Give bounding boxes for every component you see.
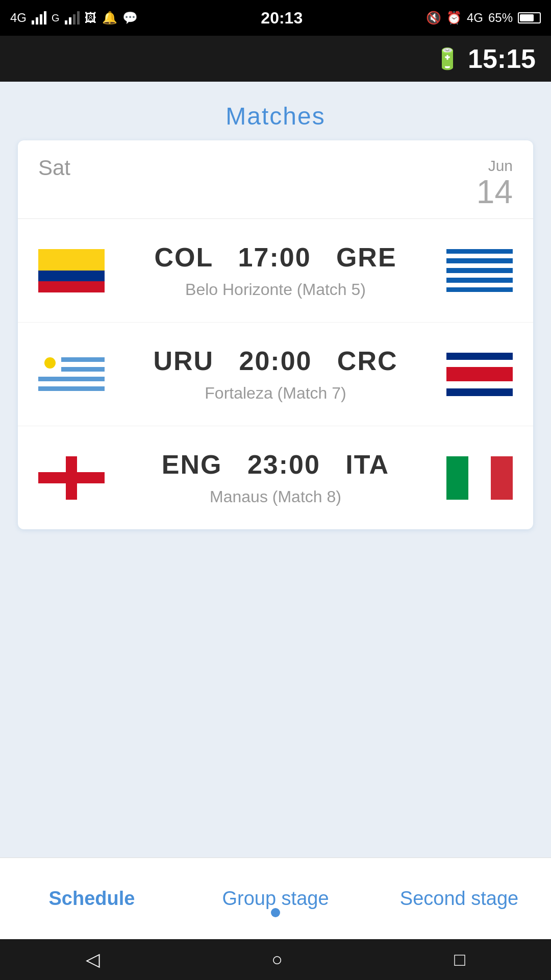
page-title: Matches <box>0 102 551 130</box>
gre-1 <box>446 249 513 254</box>
flag-uruguay <box>38 353 105 396</box>
match-teams-time-2: URU 20:00 CRC <box>105 346 446 376</box>
match-teams-time-1: COL 17:00 GRE <box>105 242 446 273</box>
date-header: Sat Jun 14 <box>18 140 533 219</box>
match-row-3[interactable]: ENG 23:00 ITA Manaus (Match 8) <box>18 426 533 529</box>
notification-icon: 🔔 <box>102 11 117 25</box>
timer-display: 🔋 15:15 <box>435 43 536 74</box>
crc-red <box>446 367 513 381</box>
match-teams-time-3: ENG 23:00 ITA <box>105 449 446 480</box>
match-time-1: 17:00 <box>238 242 311 272</box>
match-info-3: ENG 23:00 ITA Manaus (Match 8) <box>105 449 446 506</box>
crc-blue2 <box>446 388 513 396</box>
flag-colombia <box>38 249 105 292</box>
home-button[interactable]: ○ <box>271 949 283 970</box>
app-content: Matches Sat Jun 14 COL <box>0 82 551 857</box>
crc-white1 <box>446 360 513 367</box>
signal-bars-1 <box>32 11 46 24</box>
android-nav: ◁ ○ □ <box>0 939 551 980</box>
uru-w5 <box>38 391 105 396</box>
status-right: 🔇 ⏰ 4G 65% <box>426 11 541 25</box>
nav-second-stage[interactable]: Second stage <box>367 877 551 920</box>
flag-england <box>38 456 105 500</box>
match-info-2: URU 20:00 CRC Fortaleza (Match 7) <box>105 346 446 403</box>
network-type: 4G <box>10 11 27 25</box>
gre-2 <box>446 254 513 258</box>
uru-b3 <box>38 377 105 381</box>
mute-icon: 🔇 <box>426 11 441 25</box>
match-row-2[interactable]: URU 20:00 CRC Fortaleza (Match 7) <box>18 323 533 426</box>
timer-time: 15:15 <box>468 43 536 74</box>
uru-b4 <box>38 386 105 391</box>
flag-italy <box>446 456 513 500</box>
status-bar: 4G G 🖼 🔔 💬 20:13 🔇 ⏰ 4G 65% <box>0 0 551 36</box>
recents-button[interactable]: □ <box>454 949 465 970</box>
month: Jun <box>477 156 513 176</box>
flag-costarica <box>446 353 513 396</box>
col-blue <box>38 271 105 281</box>
uru-canton <box>38 353 61 373</box>
team2-code-1: GRE <box>336 242 397 272</box>
match-time-2: 20:00 <box>239 346 312 376</box>
crc-blue1 <box>446 353 513 360</box>
gre-3 <box>446 258 513 263</box>
wechat-icon: 💬 <box>122 11 138 25</box>
alarm-icon: ⏰ <box>446 11 462 25</box>
col-red <box>38 281 105 292</box>
ita-green <box>446 456 468 500</box>
crc-white2 <box>446 381 513 388</box>
uru-w4 <box>38 381 105 386</box>
day-name: Sat <box>38 156 70 180</box>
status-time: 20:13 <box>261 9 303 28</box>
team2-code-3: ITA <box>345 450 389 479</box>
nav-indicator-dot <box>271 908 280 917</box>
col-yellow <box>38 249 105 271</box>
network-4g: 4G <box>467 11 483 25</box>
signal-bars-2 <box>65 11 80 24</box>
team1-code-2: URU <box>153 346 214 376</box>
group-stage-label: Group stage <box>222 888 329 909</box>
gre-5 <box>446 268 513 273</box>
date-right: Jun 14 <box>477 156 513 208</box>
page-title-container: Matches <box>0 82 551 140</box>
eng-cross-vertical <box>66 456 77 500</box>
match-venue-1: Belo Horizonte (Match 5) <box>105 280 446 299</box>
match-info-1: COL 17:00 GRE Belo Horizonte (Match 5) <box>105 242 446 299</box>
date-day: 14 <box>477 176 513 208</box>
ita-red <box>491 456 513 500</box>
nav-group-stage[interactable]: Group stage <box>184 877 367 920</box>
match-venue-2: Fortaleza (Match 7) <box>105 384 446 403</box>
schedule-label: Schedule <box>49 888 135 909</box>
network-type-2: G <box>52 12 60 24</box>
bottom-nav: Schedule Group stage Second stage <box>0 857 551 939</box>
matches-card: Sat Jun 14 COL 17:00 GRE <box>18 140 533 529</box>
match-venue-3: Manaus (Match 8) <box>105 487 446 506</box>
photo-icon: 🖼 <box>85 11 97 25</box>
team1-code-1: COL <box>154 242 213 272</box>
ita-white <box>468 456 490 500</box>
second-stage-label: Second stage <box>400 888 518 909</box>
timer-bar: 🔋 15:15 <box>0 36 551 82</box>
gre-6 <box>446 273 513 278</box>
gre-7 <box>446 278 513 282</box>
team1-code-3: ENG <box>162 450 222 479</box>
gre-4 <box>446 263 513 268</box>
uru-sun <box>44 357 56 369</box>
team2-code-2: CRC <box>337 346 398 376</box>
status-left: 4G G 🖼 🔔 💬 <box>10 11 138 25</box>
gre-9 <box>446 287 513 292</box>
match-row-1[interactable]: COL 17:00 GRE Belo Horizonte (Match 5) <box>18 219 533 323</box>
battery-percent: 65% <box>488 11 513 25</box>
battery-icon-timer: 🔋 <box>435 47 460 71</box>
back-button[interactable]: ◁ <box>86 949 100 970</box>
gre-8 <box>446 283 513 287</box>
nav-schedule[interactable]: Schedule <box>0 877 184 920</box>
flag-greece <box>446 249 513 292</box>
match-time-3: 23:00 <box>247 450 320 479</box>
